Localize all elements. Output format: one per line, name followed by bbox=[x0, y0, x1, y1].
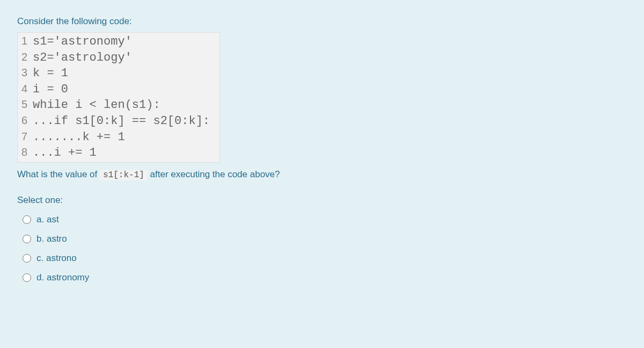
line-number: 3 bbox=[18, 66, 33, 79]
line-number: 6 bbox=[18, 113, 33, 127]
intro-text: Consider the following code: bbox=[17, 16, 627, 27]
code-text: s2='astrology' bbox=[33, 50, 142, 66]
line-number: 4 bbox=[18, 82, 33, 96]
option-label: b. astro bbox=[36, 234, 67, 244]
code-text: i = 0 bbox=[33, 82, 78, 98]
question-pre: What is the value of bbox=[17, 169, 100, 179]
option-b[interactable]: b. astro bbox=[23, 229, 627, 249]
option-d[interactable]: d. astronomy bbox=[23, 268, 627, 287]
code-block: 1 s1='astronomy' 2 s2='astrology' 3 k = … bbox=[17, 32, 220, 163]
code-text: ...if s1[0:k] == s2[0:k]: bbox=[33, 114, 219, 129]
code-line: 7 .......k += 1 bbox=[18, 129, 219, 146]
code-line: 4 i = 0 bbox=[18, 82, 219, 98]
question-card: Consider the following code: 1 s1='astro… bbox=[8, 5, 636, 303]
option-label: a. ast bbox=[36, 214, 59, 225]
line-number: 8 bbox=[18, 145, 33, 159]
code-text: ...i += 1 bbox=[33, 146, 106, 161]
radio-a[interactable] bbox=[23, 215, 31, 224]
select-one-label: Select one: bbox=[17, 195, 627, 206]
code-text: k = 1 bbox=[33, 66, 78, 82]
inline-code: s1[:k-1] bbox=[100, 170, 148, 180]
code-text: .......k += 1 bbox=[33, 130, 135, 146]
code-line: 2 s2='astrology' bbox=[18, 50, 219, 66]
code-line: 1 s1='astronomy' bbox=[18, 34, 219, 50]
line-number: 7 bbox=[18, 129, 33, 143]
option-a[interactable]: a. ast bbox=[23, 210, 627, 229]
code-line: 5 while i < len(s1): bbox=[18, 97, 219, 113]
line-number: 1 bbox=[18, 34, 33, 48]
line-number: 5 bbox=[18, 97, 33, 111]
question-post: after executing the code above? bbox=[148, 169, 280, 179]
radio-d[interactable] bbox=[23, 273, 31, 282]
radio-b[interactable] bbox=[23, 235, 31, 243]
options-group: a. ast b. astro c. astrono d. astronomy bbox=[23, 210, 627, 287]
option-c[interactable]: c. astrono bbox=[23, 249, 627, 268]
code-line: 6 ...if s1[0:k] == s2[0:k]: bbox=[18, 113, 219, 129]
question-text: What is the value of s1[:k-1] after exec… bbox=[17, 169, 627, 180]
code-text: while i < len(s1): bbox=[33, 98, 170, 113]
option-label: c. astrono bbox=[36, 253, 77, 264]
code-text: s1='astronomy' bbox=[33, 34, 142, 50]
radio-c[interactable] bbox=[23, 254, 31, 263]
code-line: 8 ...i += 1 bbox=[18, 145, 219, 161]
option-label: d. astronomy bbox=[36, 272, 89, 283]
line-number: 2 bbox=[18, 50, 33, 64]
code-line: 3 k = 1 bbox=[18, 66, 219, 82]
